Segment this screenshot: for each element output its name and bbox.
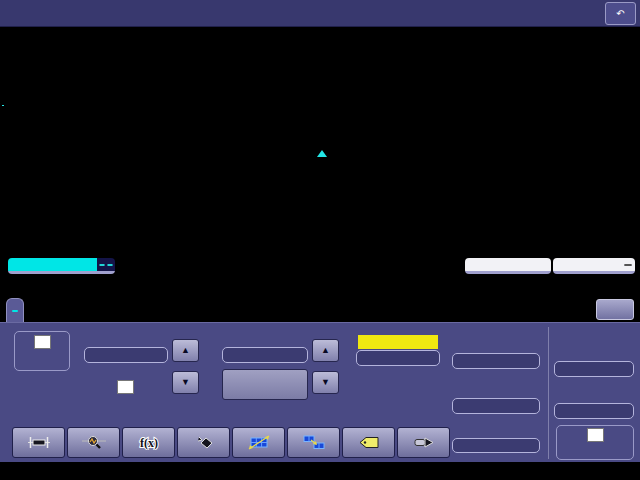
offset-down-button[interactable]: ▼: [312, 371, 339, 394]
dialog-tab-strip: [0, 297, 640, 322]
zoom-icon: [68, 434, 119, 451]
volts-div-field[interactable]: [84, 347, 168, 363]
undo-icon: ↶: [616, 9, 624, 19]
measure-icon: [13, 434, 64, 451]
probe-cal-icon: [398, 434, 449, 451]
preprocessing-divider: [548, 327, 549, 459]
store-button[interactable]: [177, 427, 230, 458]
down-arrow-icon: ▼: [181, 377, 190, 387]
waveform-display: [0, 27, 640, 158]
bandwidth-limit-badge: [99, 264, 105, 266]
menu-bar: ↶: [0, 0, 640, 27]
volts-div-up-button[interactable]: ▲: [172, 339, 199, 362]
interpolation-field[interactable]: [554, 403, 634, 419]
trace-on-checkbox[interactable]: [34, 335, 51, 349]
next-grid-button[interactable]: [287, 427, 340, 458]
next-grid-icon: [288, 434, 339, 451]
undo-button[interactable]: ↶: [605, 2, 636, 25]
svg-text:f(x): f(x): [140, 436, 158, 450]
variable-gain-checkbox[interactable]: [117, 380, 134, 394]
trigger-time-marker-icon[interactable]: [317, 150, 327, 157]
probe-cal-button[interactable]: [397, 427, 450, 458]
bandwidth-label: [358, 335, 438, 349]
trace-on-group[interactable]: [14, 331, 70, 371]
measure-button[interactable]: [12, 427, 65, 458]
c3-name: [8, 258, 97, 271]
label-tag-icon: [343, 434, 394, 451]
bandwidth-field[interactable]: [356, 350, 440, 366]
find-scale-button[interactable]: [232, 427, 285, 458]
offset-field[interactable]: [222, 347, 308, 363]
coupling-badge: [107, 264, 113, 266]
offset-up-button[interactable]: ▲: [312, 339, 339, 362]
oscilloscope-screen: ↶: [0, 0, 640, 480]
up-arrow-icon: ▲: [321, 345, 330, 355]
zero-offset-button[interactable]: [222, 369, 308, 400]
channel-c3-descriptor[interactable]: [8, 258, 115, 274]
volts-div-down-button[interactable]: ▼: [172, 371, 199, 394]
invert-group[interactable]: [556, 425, 634, 460]
coupling-field[interactable]: [452, 353, 540, 369]
probe-atten-field[interactable]: [452, 438, 540, 453]
store-icon: [178, 434, 229, 451]
channel-c3-marker[interactable]: [2, 105, 4, 106]
find-scale-icon: [233, 434, 284, 451]
trigger-source-badge: [624, 264, 632, 266]
math-fx-icon: f(x): [123, 434, 174, 451]
math-button[interactable]: f(x): [122, 427, 175, 458]
invert-checkbox[interactable]: [587, 428, 604, 442]
tab-label: [12, 310, 18, 312]
timebase-descriptor[interactable]: [465, 258, 551, 274]
waveform-grid: [8, 32, 632, 148]
close-button[interactable]: [596, 299, 634, 320]
trigger-descriptor[interactable]: [553, 258, 635, 274]
status-bar: [0, 462, 640, 480]
down-arrow-icon: ▼: [321, 377, 330, 387]
up-arrow-icon: ▲: [181, 345, 190, 355]
zoom-button[interactable]: [67, 427, 120, 458]
c3-vertical-adjust-dialog: ▲ ▼ ▲ ▼: [0, 322, 640, 462]
tab-c3-vertical-adjust[interactable]: [6, 298, 24, 322]
deskew-field[interactable]: [452, 398, 540, 414]
averaging-field[interactable]: [554, 361, 634, 377]
label-button[interactable]: [342, 427, 395, 458]
